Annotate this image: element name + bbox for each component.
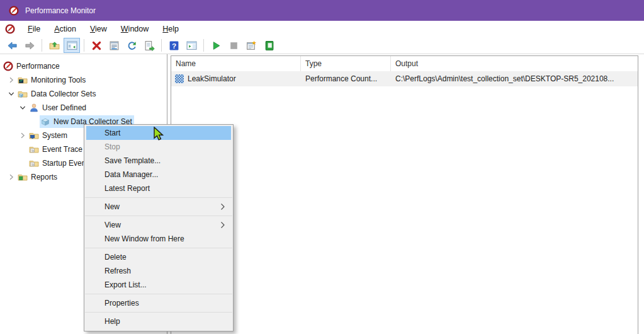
chevron-down-icon[interactable] <box>16 103 28 113</box>
context-menu-item-refresh[interactable]: Refresh <box>86 264 231 278</box>
perfmon-app-icon <box>5 24 15 34</box>
context-menu-item-label: New <box>105 202 120 211</box>
cell-output: C:\PerfLogs\Admin\test_collection_set\DE… <box>391 74 638 83</box>
tree-item-label: Data Collector Sets <box>31 89 96 98</box>
mouse-cursor-icon <box>153 127 166 141</box>
context-menu-separator <box>85 248 232 248</box>
context-menu-item-label: Data Manager... <box>105 170 158 179</box>
cell-name: LeakSimulator <box>171 74 301 83</box>
context-menu-item-stop: Stop <box>86 140 231 154</box>
up-one-level-button[interactable] <box>46 38 62 53</box>
help-icon: ? <box>169 40 179 51</box>
back-button[interactable] <box>4 38 20 53</box>
user-icon <box>29 103 40 113</box>
context-menu-item-view[interactable]: View <box>86 218 231 232</box>
column-header-output[interactable]: Output <box>391 56 638 71</box>
context-menu-item-new-window-from-here[interactable]: New Window from Here <box>86 232 231 246</box>
context-menu-separator <box>85 294 232 294</box>
show-hide-console-tree-button[interactable] <box>64 38 80 53</box>
help-button[interactable]: ? <box>166 38 182 53</box>
refresh-button[interactable] <box>123 38 140 53</box>
new-set-icon: ★ <box>246 40 257 51</box>
context-menu-item-latest-report[interactable]: Latest Report <box>86 181 231 195</box>
window-title: Performance Monitor <box>25 6 96 15</box>
menu-view[interactable]: View <box>83 23 114 35</box>
list-row-leaksimulator[interactable]: LeakSimulatorPerformance Count...C:\Perf… <box>171 71 638 86</box>
tree-item-label: Reports <box>31 173 57 181</box>
context-menu-separator <box>85 312 232 313</box>
folder-log-icon: 01 <box>29 158 40 168</box>
new-data-collector-set-button[interactable]: ★ <box>243 38 259 53</box>
tree-item-data-collector-sets[interactable]: Data Collector Sets <box>0 87 167 101</box>
view-latest-report-button[interactable] <box>261 38 277 53</box>
context-menu-item-export-list[interactable]: Export List... <box>86 278 231 292</box>
properties-button[interactable] <box>106 38 122 53</box>
list-header: NameTypeOutput <box>171 56 638 71</box>
folder-monitor-icon <box>18 75 28 85</box>
context-menu-item-data-manager[interactable]: Data Manager... <box>86 168 231 181</box>
toolbar-separator <box>161 39 162 52</box>
menu-bar-items: FileActionViewWindowHelp <box>21 23 186 35</box>
tree-item-user-defined[interactable]: User Defined <box>0 101 167 115</box>
menu-help[interactable]: Help <box>155 23 186 35</box>
list-rows: LeakSimulatorPerformance Count...C:\Perf… <box>171 71 638 86</box>
toolbar-separator <box>42 39 42 52</box>
submenu-arrow-icon <box>220 221 225 229</box>
context-menu-item-save-template[interactable]: Save Template... <box>86 154 231 168</box>
export-icon <box>144 40 155 51</box>
context-menu-item-delete[interactable]: Delete <box>86 250 231 264</box>
context-menu-item-label: Export List... <box>105 280 147 289</box>
tree-item-content: User Defined <box>28 101 88 114</box>
chevron-spacer <box>28 117 40 127</box>
play-icon <box>211 40 222 51</box>
perfmon-icon <box>3 61 14 71</box>
context-menu-item-help[interactable]: Help <box>86 314 231 328</box>
context-menu-item-label: Stop <box>105 142 120 151</box>
row-name-label: LeakSimulator <box>188 74 236 83</box>
tree-item-content: Data Collector Sets <box>17 88 98 100</box>
context-menu: StartStopSave Template...Data Manager...… <box>84 124 234 331</box>
show-hide-action-pane-button[interactable] <box>183 38 200 53</box>
toolbar-separator <box>84 39 84 52</box>
svg-text:01: 01 <box>32 164 35 166</box>
tree-item-monitoring-tools[interactable]: Monitoring Tools <box>0 73 167 87</box>
arrow-right-icon <box>25 40 35 51</box>
context-menu-item-label: Properties <box>105 299 139 308</box>
chevron-right-icon[interactable] <box>5 75 17 85</box>
tree-item-content: System <box>28 129 69 142</box>
tree-item-performance[interactable]: Performance <box>0 59 167 73</box>
tree-item-content: Monitoring Tools <box>17 74 88 86</box>
context-menu-item-properties[interactable]: Properties <box>86 296 231 310</box>
chevron-down-icon[interactable] <box>5 89 17 99</box>
report-book-icon <box>264 40 274 51</box>
properties-icon <box>109 40 120 51</box>
folder-system-icon <box>29 130 40 141</box>
tree-item-label: Monitoring Tools <box>31 76 86 84</box>
tree-item-label: Performance <box>16 62 60 71</box>
svg-text:?: ? <box>171 41 176 49</box>
toolbar: ?★ <box>0 37 644 54</box>
console-tree-icon <box>67 40 77 51</box>
delete-button[interactable] <box>88 38 105 53</box>
svg-text:★: ★ <box>251 40 256 46</box>
context-menu-item-new[interactable]: New <box>86 200 231 214</box>
column-header-type[interactable]: Type <box>301 56 391 71</box>
context-menu-item-label: Refresh <box>105 267 131 275</box>
menu-window[interactable]: Window <box>114 23 155 35</box>
performance-monitor-window: Performance Monitor FileActionViewWindow… <box>0 0 644 334</box>
chevron-right-icon[interactable] <box>16 130 28 141</box>
folder-up-icon <box>49 40 60 51</box>
cube-icon <box>40 117 51 127</box>
start-button[interactable] <box>208 38 224 53</box>
folder-cube-icon <box>18 89 28 99</box>
menu-file[interactable]: File <box>21 23 47 35</box>
stop-button[interactable] <box>225 38 242 53</box>
export-list-button[interactable] <box>141 38 157 53</box>
column-header-name[interactable]: Name <box>171 56 301 71</box>
tree-item-content: Performance <box>3 60 62 72</box>
folder-report-icon <box>18 172 28 182</box>
menu-action[interactable]: Action <box>47 23 83 35</box>
tree-item-label: User Defined <box>42 103 86 112</box>
chevron-right-icon[interactable] <box>5 172 17 182</box>
forward-button[interactable] <box>21 38 38 53</box>
